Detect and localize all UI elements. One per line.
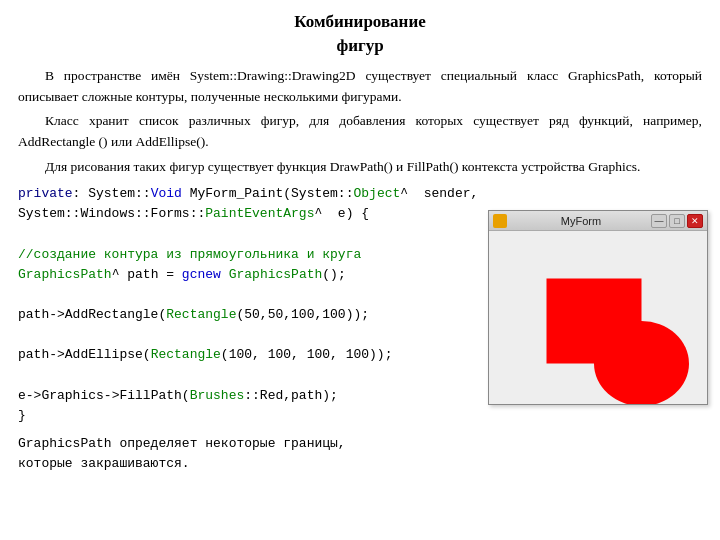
para-2: Класс хранит список различных фигур, для… [18,111,702,153]
para-3: Для рисования таких фигур существует фун… [18,157,702,178]
para-1: В пространстве имён System::Drawing::Dra… [18,66,702,108]
window-controls: — □ ✕ [651,214,703,228]
window-canvas [489,231,707,404]
page: Комбинирование фигур В пространстве имён… [0,0,720,484]
maximize-button[interactable]: □ [669,214,685,228]
window-app-icon [493,214,507,228]
minimize-button[interactable]: — [651,214,667,228]
preview-window: MyForm — □ ✕ [488,210,708,405]
code-line-1: private: System::Void MyForm_Paint(Syste… [18,184,702,204]
canvas-svg [489,231,707,404]
intro-text: В пространстве имён System::Drawing::Dra… [18,66,702,179]
svg-point-1 [594,321,689,404]
page-title: Комбинирование фигур [18,10,702,58]
close-button[interactable]: ✕ [687,214,703,228]
code-line-7: } [18,406,702,426]
window-title-text: MyForm [511,215,651,227]
post-text: GraphicsPath определяет некоторые границ… [18,434,702,474]
window-titlebar: MyForm — □ ✕ [489,211,707,231]
